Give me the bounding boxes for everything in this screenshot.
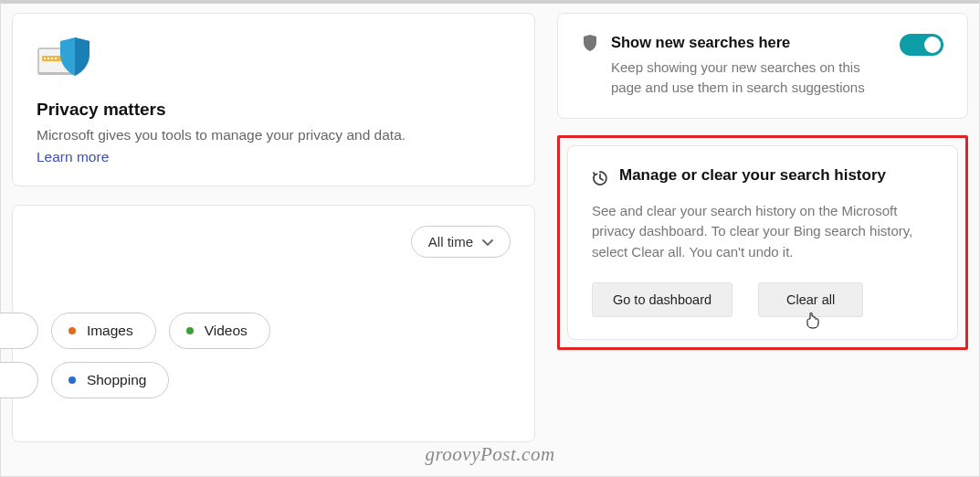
clear-all-button[interactable]: Clear all [758,282,863,317]
dropdown-label: All time [428,234,473,249]
chip-images[interactable]: Images [51,313,156,349]
show-searches-title: Show new searches here [611,34,887,51]
cursor-icon [806,313,820,333]
manage-desc: See and clear your search history on the… [592,201,933,263]
svg-point-3 [44,58,46,59]
show-searches-card: Show new searches here Keep showing your… [557,13,968,119]
clear-all-label: Clear all [786,292,835,307]
manage-title: Manage or clear your search history [619,166,886,185]
privacy-card: Privacy matters Microsoft gives you tool… [12,13,535,186]
dot-icon [186,327,194,334]
history-icon [592,170,608,190]
svg-point-4 [47,58,49,59]
svg-point-5 [51,58,53,59]
watermark: groovyPost.com [425,443,554,466]
privacy-shield-icon [37,32,511,85]
chip-label: Images [87,323,133,339]
learn-more-link[interactable]: Learn more [37,149,109,164]
svg-point-6 [55,58,57,59]
show-searches-toggle[interactable] [900,34,943,56]
chip-partial[interactable] [0,362,38,398]
filter-card: All time Images Videos [12,205,535,442]
show-searches-desc: Keep showing your new searches on this p… [611,58,887,98]
chip-label: Videos [205,323,248,339]
chevron-down-icon [482,234,493,249]
svg-rect-1 [38,72,75,75]
go-to-dashboard-button[interactable]: Go to dashboard [592,282,732,317]
chip-label: Shopping [87,372,147,388]
privacy-desc: Microsoft gives you tools to manage your… [37,127,511,143]
chip-partial[interactable] [0,313,38,349]
dot-icon [68,327,76,334]
dot-icon [68,376,76,384]
shield-icon [582,34,598,56]
privacy-title: Privacy matters [37,100,511,120]
chip-videos[interactable]: Videos [169,313,270,349]
manage-history-card: Manage or clear your search history See … [567,145,958,341]
time-range-dropdown[interactable]: All time [411,226,511,258]
chip-shopping[interactable]: Shopping [51,362,170,398]
highlight-box: Manage or clear your search history See … [557,135,968,351]
